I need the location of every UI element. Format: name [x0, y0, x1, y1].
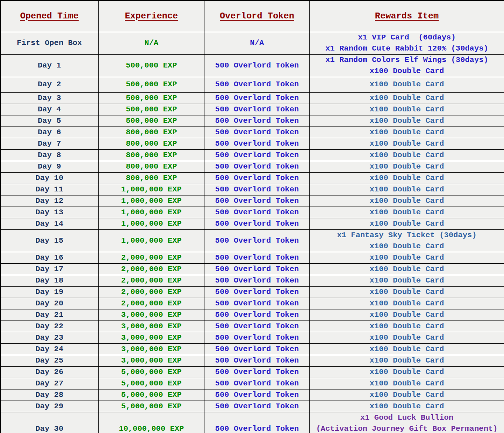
- cell-experience: 800,000 EXP: [98, 172, 205, 184]
- cell-overlord-token: 500 Overlord Token: [205, 195, 309, 207]
- header-row: Opened Time Experience Overlord Token Re…: [0, 0, 504, 32]
- cell-experience: 3,000,000 EXP: [98, 321, 205, 332]
- table-row: Day 151,000,000 EXP500 Overlord Tokenx1 …: [0, 229, 504, 252]
- cell-opened-time: Day 5: [0, 115, 98, 127]
- cell-rewards: x100 Double Card: [309, 332, 504, 343]
- cell-overlord-token: 500 Overlord Token: [205, 207, 309, 218]
- cell-overlord-token: 500 Overlord Token: [205, 378, 309, 389]
- cell-experience: 500,000 EXP: [98, 92, 205, 104]
- reward-line: x100 Double Card: [310, 207, 504, 218]
- table-row: Day 3010,000,000 EXP500 Overlord Tokenx1…: [0, 412, 504, 433]
- cell-experience: 500,000 EXP: [98, 54, 205, 77]
- cell-overlord-token: 500 Overlord Token: [205, 275, 309, 286]
- reward-line: x100 Double Card: [310, 309, 504, 321]
- cell-rewards: x100 Double Card: [309, 195, 504, 207]
- cell-experience: 2,000,000 EXP: [98, 252, 205, 263]
- cell-experience: 500,000 EXP: [98, 115, 205, 127]
- table-row: Day 265,000,000 EXP500 Overlord Tokenx10…: [0, 366, 504, 378]
- cell-rewards: x100 Double Card: [309, 252, 504, 263]
- cell-opened-time: Day 20: [0, 298, 98, 309]
- cell-rewards: x100 Double Card: [309, 309, 504, 321]
- cell-experience: 1,000,000 EXP: [98, 207, 205, 218]
- reward-line: x100 Double Card: [310, 218, 504, 229]
- reward-line: x1 Good Luck Bullion: [310, 412, 504, 423]
- cell-experience: 800,000 EXP: [98, 127, 205, 138]
- cell-opened-time: Day 23: [0, 332, 98, 343]
- cell-overlord-token: 500 Overlord Token: [205, 229, 309, 252]
- cell-opened-time: Day 24: [0, 343, 98, 355]
- table-row: Day 233,000,000 EXP500 Overlord Tokenx10…: [0, 332, 504, 343]
- cell-rewards: x100 Double Card: [309, 104, 504, 115]
- reward-line: x100 Double Card: [310, 264, 504, 275]
- cell-overlord-token: 500 Overlord Token: [205, 355, 309, 366]
- cell-overlord-token: 500 Overlord Token: [205, 172, 309, 184]
- cell-opened-time: Day 6: [0, 127, 98, 138]
- cell-experience: 2,000,000 EXP: [98, 263, 205, 275]
- cell-rewards: x100 Double Card: [309, 77, 504, 92]
- table-row: Day 162,000,000 EXP500 Overlord Tokenx10…: [0, 252, 504, 263]
- daily-rewards-table: Opened Time Experience Overlord Token Re…: [0, 0, 504, 433]
- reward-line: x100 Double Card: [310, 173, 504, 184]
- cell-opened-time: Day 28: [0, 389, 98, 401]
- cell-overlord-token: 500 Overlord Token: [205, 332, 309, 343]
- cell-rewards: x100 Double Card: [309, 149, 504, 161]
- cell-experience: 3,000,000 EXP: [98, 309, 205, 321]
- cell-rewards: x100 Double Card: [309, 172, 504, 184]
- cell-opened-time: Day 25: [0, 355, 98, 366]
- cell-overlord-token: 500 Overlord Token: [205, 389, 309, 401]
- table-row: Day 10800,000 EXP500 Overlord Tokenx100 …: [0, 172, 504, 184]
- reward-line: x100 Double Card: [310, 104, 504, 115]
- table-row: Day 5500,000 EXP500 Overlord Tokenx100 D…: [0, 115, 504, 127]
- reward-line: x100 Double Card: [310, 287, 504, 298]
- reward-line: x100 Double Card: [310, 344, 504, 355]
- cell-overlord-token: 500 Overlord Token: [205, 286, 309, 298]
- table-body: First Open BoxN/AN/Ax1 VIP Card (60days)…: [0, 32, 504, 433]
- cell-rewards: x100 Double Card: [309, 343, 504, 355]
- cell-experience: 5,000,000 EXP: [98, 378, 205, 389]
- cell-overlord-token: 500 Overlord Token: [205, 366, 309, 378]
- reward-line: x100 Double Card: [310, 275, 504, 286]
- cell-experience: 800,000 EXP: [98, 161, 205, 172]
- cell-overlord-token: 500 Overlord Token: [205, 321, 309, 332]
- reward-line: x100 Double Card: [310, 79, 504, 90]
- table-row: Day 223,000,000 EXP500 Overlord Tokenx10…: [0, 321, 504, 332]
- col-header-overlord-token: Overlord Token: [205, 0, 309, 32]
- cell-opened-time: Day 13: [0, 207, 98, 218]
- reward-line: x1 Random Cute Rabbit 120% (30days): [310, 43, 504, 54]
- col-header-rewards-item: Rewards Item: [309, 0, 504, 32]
- cell-experience: 2,000,000 EXP: [98, 275, 205, 286]
- reward-line: x100 Double Card: [310, 66, 504, 77]
- cell-rewards: x100 Double Card: [309, 286, 504, 298]
- cell-rewards: x100 Double Card: [309, 389, 504, 401]
- cell-experience: 3,000,000 EXP: [98, 355, 205, 366]
- cell-overlord-token: 500 Overlord Token: [205, 401, 309, 412]
- cell-opened-time: Day 27: [0, 378, 98, 389]
- cell-rewards: x100 Double Card: [309, 207, 504, 218]
- table-row: Day 7800,000 EXP500 Overlord Tokenx100 D…: [0, 138, 504, 149]
- cell-opened-time: Day 30: [0, 412, 98, 433]
- cell-opened-time: Day 26: [0, 366, 98, 378]
- cell-opened-time: Day 9: [0, 161, 98, 172]
- cell-rewards: x100 Double Card: [309, 366, 504, 378]
- table-row: Day 3500,000 EXP500 Overlord Tokenx100 D…: [0, 92, 504, 104]
- cell-rewards: x100 Double Card: [309, 355, 504, 366]
- cell-opened-time: Day 1: [0, 54, 98, 77]
- reward-line: x100 Double Card: [310, 367, 504, 378]
- cell-overlord-token: 500 Overlord Token: [205, 263, 309, 275]
- reward-line: x100 Double Card: [310, 321, 504, 332]
- reward-line: x1 Random Colors Elf Wings (30days): [310, 55, 504, 66]
- cell-overlord-token: 500 Overlord Token: [205, 252, 309, 263]
- reward-line: x100 Double Card: [310, 241, 504, 252]
- cell-opened-time: Day 17: [0, 263, 98, 275]
- cell-experience: 1,000,000 EXP: [98, 184, 205, 195]
- cell-opened-time: First Open Box: [0, 32, 98, 54]
- reward-line: x100 Double Card: [310, 184, 504, 195]
- reward-line: x100 Double Card: [310, 355, 504, 366]
- cell-overlord-token: 500 Overlord Token: [205, 161, 309, 172]
- cell-overlord-token: 500 Overlord Token: [205, 412, 309, 433]
- table-row: Day 4500,000 EXP500 Overlord Tokenx100 D…: [0, 104, 504, 115]
- cell-opened-time: Day 18: [0, 275, 98, 286]
- cell-rewards: x100 Double Card: [309, 275, 504, 286]
- reward-line: x100 Double Card: [310, 389, 504, 401]
- cell-experience: 3,000,000 EXP: [98, 343, 205, 355]
